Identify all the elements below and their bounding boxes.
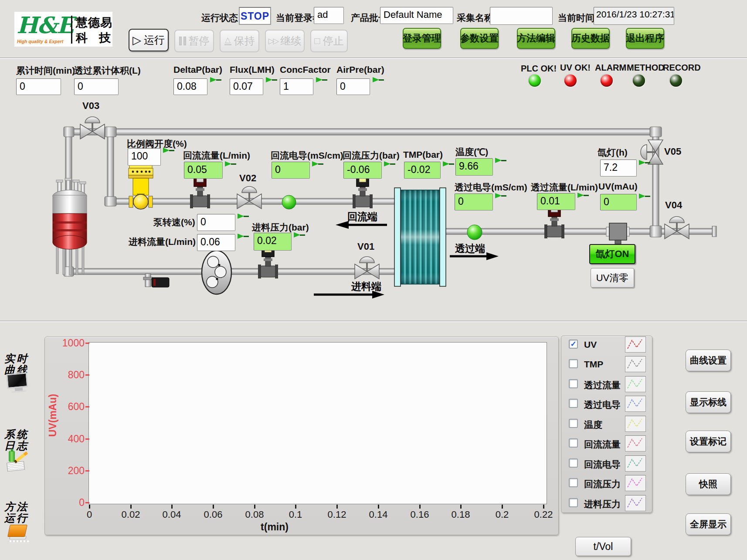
pump-speed-field[interactable]: 0 bbox=[197, 214, 235, 231]
tmp-label: TMP(bar) bbox=[403, 149, 443, 160]
acq-label: 采集名称 bbox=[457, 12, 493, 24]
proportional-valve bbox=[129, 164, 153, 209]
fullscreen-button[interactable]: 全屏显示 bbox=[686, 513, 731, 535]
login-manage-button[interactable]: 登录管理 bbox=[403, 28, 441, 49]
log-icon[interactable] bbox=[6, 449, 31, 472]
legend-checkbox-perm-cond[interactable] bbox=[569, 399, 578, 408]
legend-checkbox-reflux-flow[interactable] bbox=[569, 438, 578, 448]
perm-flow-label: 透过流量(L/min) bbox=[531, 181, 598, 193]
legend-swatch-uv bbox=[625, 336, 646, 353]
valve-v04 bbox=[665, 217, 689, 239]
prop-valve-flag-icon bbox=[163, 147, 175, 153]
snapshot-button[interactable]: 快照 bbox=[686, 473, 731, 495]
legend-checkbox-perm-flow[interactable] bbox=[569, 379, 578, 388]
reflux-flow-sensor bbox=[190, 174, 210, 208]
xenon-hours-field: 7.2 bbox=[600, 160, 637, 176]
tvol-button[interactable]: t/Vol bbox=[575, 537, 631, 556]
legend-checkbox-feed-press[interactable] bbox=[569, 498, 578, 507]
curve-settings-button[interactable]: 曲线设置 bbox=[686, 350, 731, 371]
uv-cell bbox=[606, 223, 629, 244]
flux-label: Flux(LMH) bbox=[230, 64, 275, 75]
legend-checkbox-uv[interactable]: ✓ bbox=[569, 339, 578, 349]
logo-brand: H&E bbox=[17, 12, 73, 38]
set-marker-button[interactable]: 设置标记 bbox=[686, 431, 731, 452]
pump bbox=[202, 251, 231, 294]
logo-divider bbox=[71, 16, 72, 44]
plc-ok-led bbox=[529, 75, 541, 87]
legend-checkbox-tmp[interactable] bbox=[569, 359, 578, 368]
xenon-on-button[interactable]: 氙灯ON bbox=[589, 244, 635, 264]
airpre-field: 0 bbox=[336, 78, 370, 95]
time-label: 当前时间 bbox=[558, 12, 594, 24]
time-field: 2016/1/23 10:27:31 bbox=[594, 7, 674, 25]
run-status-label: 运行状态 bbox=[201, 12, 238, 24]
stop-button[interactable]: □停止 bbox=[310, 30, 348, 52]
flux-flag-icon bbox=[266, 77, 278, 83]
valve-v04-label: V04 bbox=[665, 200, 682, 211]
run-button[interactable]: ▷运行 bbox=[129, 29, 169, 51]
exit-button[interactable]: 退出程序 bbox=[626, 28, 664, 49]
feed-flow-field[interactable]: 0.06 bbox=[197, 234, 235, 251]
pump-speed-label: 泵转速(%) bbox=[153, 216, 195, 228]
feed-flow-flag-icon bbox=[238, 233, 249, 239]
alarm-label: ALARM bbox=[595, 63, 626, 73]
flux-field: 0.07 bbox=[230, 78, 263, 95]
deltap-label: DeltaP(bar) bbox=[173, 64, 222, 75]
hold-button[interactable]: △保持 bbox=[220, 30, 259, 52]
valve-v01 bbox=[355, 257, 379, 279]
x-axis-label: t(min) bbox=[235, 521, 314, 533]
valve-v05-label: V05 bbox=[664, 146, 681, 157]
param-settings-button[interactable]: 参数设置 bbox=[460, 28, 499, 49]
reflux-press-label: 回流压力(bar) bbox=[343, 149, 400, 162]
total-time-label: 累计时间(min) bbox=[16, 64, 75, 77]
legend-swatch-reflux-flow bbox=[625, 435, 646, 451]
perm-flow-field: 0.01 bbox=[537, 193, 575, 210]
valve-v03 bbox=[80, 117, 105, 139]
monitor-icon[interactable] bbox=[6, 372, 31, 397]
reflux-flow-label: 回流流量(L/min) bbox=[183, 149, 250, 162]
airpre-flag-icon bbox=[373, 77, 384, 83]
perm-port-label: 透过端 bbox=[455, 242, 485, 255]
xenon-hours-label: 氙灯(h) bbox=[598, 146, 628, 159]
sidebar-item-system-log[interactable]: 系统日志 bbox=[4, 429, 35, 451]
continue-icon: ▷▷ bbox=[268, 36, 278, 46]
pause-button[interactable]: 暂停 bbox=[174, 30, 214, 52]
run-status-value: STOP bbox=[239, 7, 271, 25]
uv-readout-label: UV(mAu) bbox=[598, 181, 638, 192]
drain-valve bbox=[143, 274, 169, 287]
legend-checkbox-reflux-press[interactable] bbox=[569, 478, 578, 487]
feed-press-flag-icon bbox=[294, 232, 306, 238]
uv-ok-label: UV OK! bbox=[560, 63, 591, 73]
batch-field[interactable]: Default Name bbox=[380, 7, 453, 24]
total-volume-field: 0 bbox=[74, 78, 119, 95]
method-edit-button[interactable]: 方法编辑 bbox=[517, 28, 555, 49]
legend-swatch-feed-press bbox=[625, 495, 646, 511]
prop-valve-field[interactable]: 100 bbox=[128, 148, 161, 166]
user-field[interactable]: ad bbox=[314, 7, 344, 24]
concfactor-label: ConcFactor bbox=[280, 64, 331, 75]
sidebar-item-method-run[interactable]: 方法运行 bbox=[4, 501, 35, 524]
reflux-cond-field: 0 bbox=[272, 162, 310, 179]
sidebar-item-realtime-curve[interactable]: 实时曲线 bbox=[4, 353, 35, 376]
book-icon[interactable] bbox=[8, 523, 30, 545]
plc-ok-label: PLC OK! bbox=[521, 64, 557, 74]
total-volume-label: 透过累计体积(L) bbox=[74, 64, 141, 77]
uv-zero-button[interactable]: UV清零 bbox=[591, 268, 634, 288]
legend-checkbox-temp[interactable] bbox=[569, 419, 578, 428]
logo-name-2: 科技 bbox=[76, 30, 122, 46]
legend-checkbox-reflux-cond[interactable] bbox=[569, 458, 578, 468]
reflux-cond-flag-icon bbox=[312, 161, 324, 167]
deltap-flag-icon bbox=[210, 77, 222, 83]
acq-field[interactable] bbox=[490, 7, 553, 25]
reflux-press-field: -0.06 bbox=[343, 162, 382, 179]
hold-icon: △ bbox=[224, 37, 231, 45]
continue-button[interactable]: ▷▷继续 bbox=[265, 30, 305, 52]
show-marker-line-button[interactable]: 显示标线 bbox=[686, 391, 731, 413]
history-data-button[interactable]: 历史数据 bbox=[571, 28, 610, 49]
feed-tank bbox=[53, 178, 87, 275]
pump-speed-flag-icon bbox=[238, 213, 249, 219]
plot-area[interactable] bbox=[88, 342, 547, 504]
temp-label: 温度(℃) bbox=[455, 146, 488, 158]
perm-flow-flag-icon bbox=[577, 192, 589, 198]
section-divider bbox=[0, 321, 747, 322]
